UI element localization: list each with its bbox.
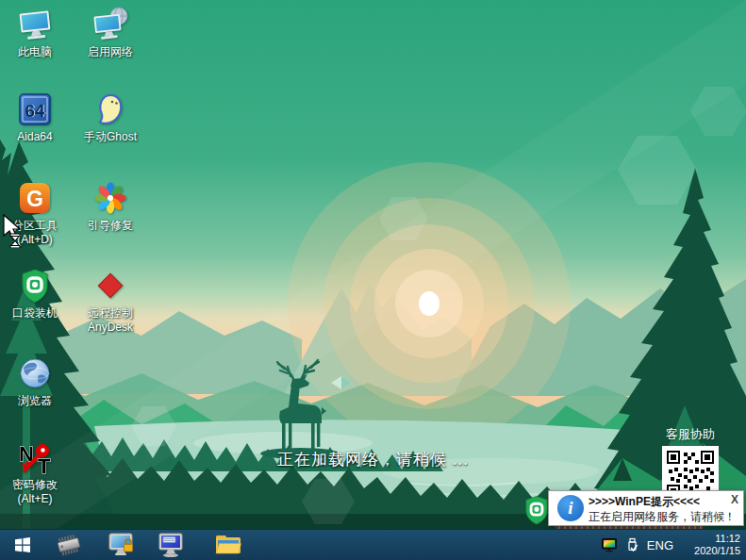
icon-label: 引导修复 [88, 219, 133, 233]
svg-text:T: T [38, 454, 51, 476]
icon-label: 启用网络 [88, 45, 133, 59]
taskbar-file-explorer-button[interactable] [208, 531, 248, 559]
windows-logo-icon [13, 535, 32, 554]
taskbar-clock[interactable]: 11:12 2020/1/15 [682, 533, 740, 557]
taskbar-screen-lock-button[interactable] [102, 531, 141, 559]
icon-label: 此电脑 [18, 45, 52, 59]
desktop-icon-this-pc[interactable]: 此电脑 [0, 6, 73, 59]
icon-label: 口袋装机 [12, 306, 58, 321]
taskbar: ENG 11:12 2020/1/15 [0, 529, 746, 560]
notification-title: >>>>WinPE提示<<<< [589, 494, 700, 510]
desktop-icon-password-edit[interactable]: N T 密码修改 (Alt+E) [0, 438, 73, 506]
system-tray: ENG 11:12 2020/1/15 [602, 530, 744, 560]
support-label: 客服协助 [660, 426, 721, 443]
desktop-icon-koudai-install[interactable]: 口袋装机 [0, 267, 73, 321]
close-icon[interactable]: X [731, 493, 738, 506]
desktop-icon-manual-ghost[interactable]: 手动Ghost [73, 91, 148, 144]
language-indicator[interactable]: ENG [647, 538, 673, 552]
ram-chip-icon [55, 532, 83, 558]
this-pc-monitor-icon [16, 6, 54, 43]
screen: 正在加载网络，请稍候 ... 此电脑 64 64 [0, 0, 746, 560]
icon-label: 密码修改 [12, 478, 58, 492]
aida64-icon: 64 64 [16, 91, 54, 128]
browser-globe-icon [16, 354, 54, 392]
ghost-icon [91, 91, 129, 128]
icon-label: 浏览器 [18, 394, 52, 408]
diskgenius-icon: G [16, 179, 54, 217]
desktop-icon-aida64[interactable]: 64 64 Aida64 [0, 91, 73, 144]
desktop-icon-browser[interactable]: 浏览器 [0, 354, 73, 408]
icon-label: Aida64 [17, 130, 52, 144]
folder-icon [214, 533, 242, 557]
svg-text:G: G [26, 187, 43, 211]
desktop: 正在加载网络，请稍候 ... 此电脑 64 64 [0, 0, 746, 529]
busy-mouse-cursor [2, 214, 25, 248]
taskbar-onscreen-keyboard-button[interactable] [151, 531, 191, 559]
icon-label: 手动Ghost [84, 130, 137, 144]
display-settings-tray-icon[interactable] [602, 538, 618, 552]
desktop-icon-anydesk[interactable]: 远程控制 AnyDesk [73, 267, 148, 335]
start-button[interactable] [0, 530, 45, 560]
nt-password-key-icon: N T [16, 438, 54, 476]
clock-date: 2020/1/15 [682, 545, 740, 557]
winpe-notification-popup: i >>>>WinPE提示<<<< X 正在启用网络服务，请稍候！ [548, 490, 744, 526]
taskbar-memory-tool-button[interactable] [49, 531, 89, 559]
icon-label: 远程控制 [88, 306, 133, 321]
usb-eject-tray-icon[interactable] [626, 537, 638, 553]
notification-message: 正在启用网络服务，请稍候！ [589, 509, 736, 525]
anydesk-diamond-icon [91, 267, 129, 305]
green-shield-icon [16, 267, 54, 305]
icon-sublabel: AnyDesk [88, 321, 133, 335]
clock-time: 11:12 [682, 533, 740, 545]
pinwheel-flower-icon [91, 179, 129, 217]
svg-text:64: 64 [25, 101, 45, 121]
monitor-keyboard-icon [157, 532, 185, 558]
network-loading-text: 正在加载网络，请稍候 ... [0, 449, 746, 470]
network-monitor-icon [91, 6, 129, 43]
desktop-icon-boot-repair[interactable]: 引导修复 [73, 179, 148, 233]
icon-sublabel: (Alt+E) [17, 492, 52, 506]
monitor-lock-icon [108, 532, 136, 558]
desktop-icon-enable-network[interactable]: 启用网络 [73, 6, 148, 59]
info-icon: i [557, 495, 584, 521]
